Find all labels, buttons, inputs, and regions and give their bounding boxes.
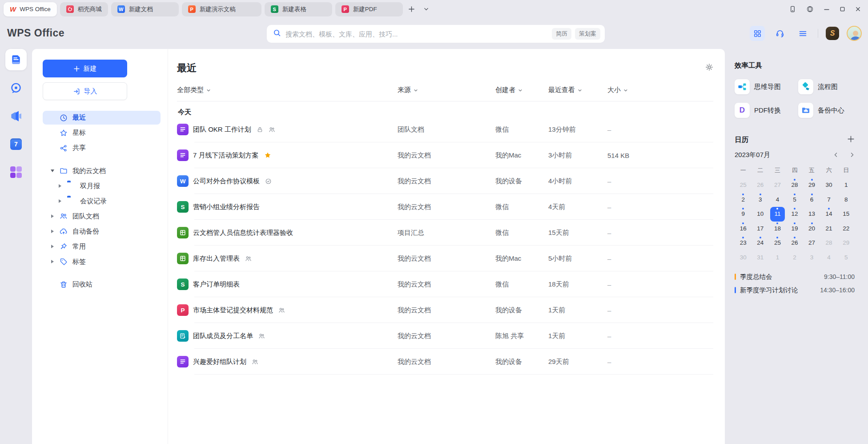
calendar-day[interactable]: 5 bbox=[787, 193, 802, 207]
filter-creator-dropdown[interactable]: 创建者 bbox=[495, 86, 548, 94]
calendar-day[interactable]: 17 bbox=[753, 222, 768, 236]
filter-type-dropdown[interactable]: 全部类型 bbox=[177, 86, 398, 94]
sidebar-item-tags[interactable]: 标签 bbox=[43, 255, 161, 268]
calendar-day[interactable]: 10 bbox=[753, 207, 768, 222]
caret-right-icon[interactable] bbox=[49, 245, 56, 248]
tab-wps-home[interactable]: W WPS Office bbox=[4, 2, 57, 16]
file-row[interactable]: S 营销小组业绩分析报告 我的云文档 微信 4天前 – bbox=[177, 194, 713, 220]
search-input[interactable] bbox=[285, 30, 548, 38]
calendar-day[interactable]: 3 bbox=[804, 250, 819, 265]
calendar-day[interactable]: 25 bbox=[770, 236, 785, 250]
calendar-day[interactable]: 30 bbox=[736, 250, 751, 265]
tab-docer-store[interactable]: 稻壳商城 bbox=[60, 2, 108, 16]
calendar-day[interactable]: 27 bbox=[770, 178, 785, 193]
sidebar-item-frequent[interactable]: 常用 bbox=[43, 240, 161, 253]
new-button[interactable]: 新建 bbox=[43, 60, 127, 77]
file-row[interactable]: 兴趣爱好组队计划 我的云文档 我的设备 29天前 – bbox=[177, 349, 713, 375]
menu-hamburger-icon[interactable] bbox=[795, 26, 810, 41]
calendar-day[interactable]: 6 bbox=[804, 193, 819, 207]
calendar-day[interactable]: 28 bbox=[822, 236, 836, 250]
tool-backup-center[interactable]: 备份中心 bbox=[798, 101, 855, 120]
rail-chat-icon[interactable] bbox=[5, 78, 27, 98]
file-row[interactable]: P 市场主体登记提交材料规范 我的云文档 我的设备 1天前 – bbox=[177, 297, 713, 323]
caret-down-icon[interactable] bbox=[49, 170, 56, 172]
calendar-day[interactable]: 29 bbox=[839, 236, 853, 250]
calendar-day[interactable]: 13 bbox=[804, 207, 819, 222]
rail-calendar-icon[interactable]: 7 bbox=[5, 134, 27, 154]
next-month-icon[interactable] bbox=[849, 151, 855, 159]
calendar-day-selected[interactable]: 11 bbox=[770, 207, 785, 222]
support-headset-icon[interactable] bbox=[772, 26, 788, 41]
calendar-day[interactable]: 31 bbox=[753, 250, 768, 265]
new-tab-button[interactable] bbox=[406, 4, 418, 15]
filter-viewed-dropdown[interactable]: 最近查看 bbox=[548, 86, 607, 94]
mobile-device-icon[interactable] bbox=[789, 5, 796, 13]
calendar-day[interactable]: 24 bbox=[753, 236, 768, 250]
calendar-day[interactable]: 3 bbox=[753, 193, 768, 207]
file-row[interactable]: 云文档管人员信息统计表理器验收 项目汇总 微信 15天前 – bbox=[177, 220, 713, 246]
search-tag-resume[interactable]: 简历 bbox=[552, 28, 571, 40]
sidebar-item-recent[interactable]: 最近 bbox=[43, 111, 161, 125]
rail-apps-icon[interactable] bbox=[5, 162, 27, 182]
calendar-day[interactable]: 14 bbox=[822, 207, 836, 222]
calendar-day[interactable]: 5 bbox=[839, 250, 853, 265]
calendar-day[interactable]: 15 bbox=[839, 207, 853, 222]
calendar-day[interactable]: 1 bbox=[839, 178, 853, 193]
caret-right-icon[interactable] bbox=[57, 184, 63, 188]
calendar-day[interactable]: 8 bbox=[839, 193, 853, 207]
sidebar-item-trash[interactable]: 回收站 bbox=[43, 278, 161, 291]
search-tag-proposal[interactable]: 策划案 bbox=[575, 28, 600, 40]
calendar-day[interactable]: 12 bbox=[787, 207, 802, 222]
add-event-icon[interactable] bbox=[847, 135, 855, 145]
file-row[interactable]: 7 月线下活动策划方案 我的云文档 我的Mac 3小时前 514 KB bbox=[177, 142, 713, 168]
tab-list-dropdown[interactable] bbox=[421, 4, 432, 15]
apps-grid-icon[interactable] bbox=[750, 26, 765, 41]
calendar-day[interactable]: 9 bbox=[736, 207, 751, 222]
maximize-button[interactable] bbox=[840, 6, 845, 12]
filter-size-dropdown[interactable]: 大小 bbox=[607, 86, 713, 94]
tab-new-spreadsheet[interactable]: S 新建表格 bbox=[265, 2, 332, 16]
caret-right-icon[interactable] bbox=[49, 214, 56, 218]
sidebar-item-team-docs[interactable]: 团队文档 bbox=[43, 210, 161, 223]
calendar-day[interactable]: 18 bbox=[770, 222, 785, 236]
rail-meeting-video-icon[interactable] bbox=[5, 106, 27, 126]
caret-right-icon[interactable] bbox=[49, 230, 56, 233]
caret-right-icon[interactable] bbox=[49, 260, 56, 263]
sidebar-item-shared[interactable]: 共享 bbox=[43, 141, 161, 155]
calendar-day[interactable]: 25 bbox=[736, 178, 751, 193]
filter-source-dropdown[interactable]: 来源 bbox=[398, 86, 495, 94]
sidebar-folder-bimonthly[interactable]: 双月报 bbox=[43, 179, 161, 193]
calendar-day[interactable]: 1 bbox=[770, 250, 785, 265]
calendar-day[interactable]: 27 bbox=[804, 236, 819, 250]
sidebar-folder-meeting-notes[interactable]: 会议记录 bbox=[43, 194, 161, 208]
tab-new-document[interactable]: W 新建文档 bbox=[111, 2, 179, 16]
calendar-day[interactable]: 19 bbox=[787, 222, 802, 236]
sidebar-item-auto-backup[interactable]: 自动备份 bbox=[43, 225, 161, 238]
svip-badge-icon[interactable]: S bbox=[826, 27, 839, 40]
list-settings-gear-icon[interactable] bbox=[705, 63, 713, 73]
calendar-day[interactable]: 26 bbox=[787, 236, 802, 250]
calendar-day[interactable]: 26 bbox=[753, 178, 768, 193]
calendar-day[interactable]: 4 bbox=[822, 250, 836, 265]
sidebar-item-starred[interactable]: 星标 bbox=[43, 126, 161, 140]
file-row[interactable]: 团队 OKR 工作计划 团队文档 微信 13分钟前 – bbox=[177, 117, 713, 142]
sidebar-item-my-cloud-docs[interactable]: 我的云文档 bbox=[43, 164, 161, 178]
calendar-day[interactable]: 16 bbox=[736, 222, 751, 236]
rail-documents-icon[interactable] bbox=[5, 49, 27, 70]
tab-new-presentation[interactable]: P 新建演示文稿 bbox=[182, 2, 261, 16]
search-bar[interactable]: 简历 策划案 bbox=[267, 25, 605, 43]
calendar-day[interactable]: 28 bbox=[787, 178, 802, 193]
calendar-day[interactable]: 30 bbox=[822, 178, 836, 193]
tool-mindmap[interactable]: 思维导图 bbox=[735, 77, 798, 97]
tool-pdf-convert[interactable]: D PDF转换 bbox=[735, 101, 798, 120]
file-row[interactable]: 库存出入管理表 我的云文档 我的Mac 5小时前 – bbox=[177, 246, 713, 271]
calendar-day[interactable]: 22 bbox=[839, 222, 853, 236]
minimize-button[interactable] bbox=[824, 6, 830, 12]
tool-flowchart[interactable]: 流程图 bbox=[798, 77, 855, 97]
file-row[interactable]: 团队成员及分工名单 我的云文档 陈旭 共享 1天前 – bbox=[177, 323, 713, 349]
calendar-day[interactable]: 7 bbox=[822, 193, 836, 207]
prev-month-icon[interactable] bbox=[833, 151, 839, 159]
globe-icon[interactable] bbox=[806, 5, 814, 13]
calendar-day[interactable]: 2 bbox=[787, 250, 802, 265]
calendar-day[interactable]: 20 bbox=[804, 222, 819, 236]
